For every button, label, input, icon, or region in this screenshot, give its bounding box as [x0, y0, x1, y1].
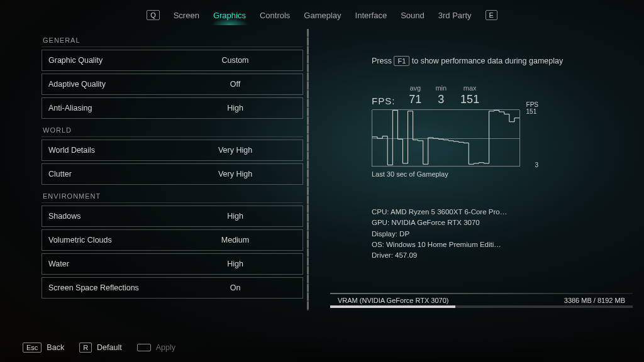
- setting-row[interactable]: Adaptive QualityOff: [42, 74, 303, 95]
- back-button[interactable]: Esc Back: [23, 343, 64, 353]
- setting-label: World Details: [42, 146, 168, 155]
- setting-row[interactable]: Volumetric CloudsMedium: [42, 229, 303, 251]
- setting-row[interactable]: ShadowsHigh: [42, 206, 303, 227]
- setting-row[interactable]: Anti-AliasingHigh: [42, 97, 303, 119]
- fps-max: 151: [460, 93, 479, 106]
- os-info: OS: Windows 10 Home Premium Editi…: [372, 239, 626, 250]
- setting-value: Off: [168, 80, 303, 89]
- setting-label: Adaptive Quality: [42, 80, 168, 89]
- fps-min: 3: [438, 93, 444, 106]
- setting-value: High: [168, 260, 303, 268]
- apply-button[interactable]: Apply: [137, 343, 175, 352]
- cpu-info: CPU: AMD Ryzen 5 3600XT 6-Core Pro…: [372, 207, 626, 217]
- setting-value: On: [168, 283, 303, 292]
- settings-list[interactable]: GENERALGraphic QualityCustomAdaptive Qua…: [42, 29, 303, 310]
- setting-label: Screen Space Reflections: [42, 283, 168, 292]
- setting-value: Medium: [168, 236, 303, 244]
- spacebar-icon: [137, 344, 151, 351]
- perf-hint-key: F1: [394, 56, 409, 66]
- setting-row[interactable]: Screen Space ReflectionsOn: [42, 277, 303, 299]
- setting-value: High: [168, 104, 303, 112]
- tab-screen[interactable]: Screen: [174, 11, 199, 20]
- fps-axis-label: FPS: [526, 101, 538, 108]
- fps-label: FPS:: [372, 96, 395, 106]
- setting-value: Custom: [168, 56, 303, 65]
- main-panel: GENERALGraphic QualityCustomAdaptive Qua…: [0, 29, 644, 310]
- vram-label: VRAM (NVIDIA GeForce RTX 3070): [338, 297, 448, 304]
- settings-tabs: Q ScreenGraphicsControlsGameplayInterfac…: [0, 0, 644, 29]
- driver-info: Driver: 457.09: [372, 250, 626, 261]
- setting-label: Clutter: [42, 170, 168, 178]
- default-button[interactable]: R Default: [79, 343, 122, 353]
- perf-hint: Press F1 to show performance data during…: [372, 57, 626, 65]
- fps-stats: FPS: avg71 min3 max151: [372, 84, 626, 106]
- setting-label: Water: [42, 260, 168, 268]
- fps-axis-min: 3: [535, 162, 538, 168]
- setting-row[interactable]: World DetailsVery High: [42, 140, 303, 161]
- setting-label: Volumetric Clouds: [42, 236, 168, 244]
- next-tab-key: E: [486, 10, 497, 20]
- scrollbar[interactable]: [307, 29, 309, 310]
- tab-controls[interactable]: Controls: [260, 11, 290, 20]
- prev-tab-key: Q: [147, 10, 160, 20]
- fps-avg: 71: [409, 93, 421, 106]
- section-title: ENVIRONMENT: [42, 185, 303, 203]
- setting-row[interactable]: WaterHigh: [42, 253, 303, 275]
- setting-value: Very High: [168, 170, 303, 178]
- setting-row[interactable]: ClutterVery High: [42, 163, 303, 185]
- setting-row[interactable]: Graphic QualityCustom: [42, 50, 303, 71]
- tab-3rd-party[interactable]: 3rd Party: [438, 11, 472, 20]
- fps-axis-max: 151: [526, 108, 538, 115]
- fps-chart: FPS 151 3: [372, 110, 520, 167]
- vram-values: 3386 MB / 8192 MB: [564, 297, 625, 304]
- footer-actions: Esc Back R Default Apply: [0, 333, 644, 362]
- tab-gameplay[interactable]: Gameplay: [304, 11, 341, 20]
- tab-graphics[interactable]: Graphics: [213, 11, 246, 20]
- gpu-info: GPU: NVIDIA GeForce RTX 3070: [372, 217, 626, 228]
- section-title: GENERAL: [42, 29, 303, 47]
- setting-value: Very High: [168, 146, 303, 155]
- tab-interface[interactable]: Interface: [355, 11, 387, 20]
- system-info: CPU: AMD Ryzen 5 3600XT 6-Core Pro… GPU:…: [372, 207, 626, 261]
- setting-label: Shadows: [42, 212, 168, 221]
- section-title: WORLD: [42, 119, 303, 137]
- setting-value: High: [168, 212, 303, 221]
- tab-sound[interactable]: Sound: [401, 11, 425, 20]
- chart-caption: Last 30 sec of Gameplay: [372, 170, 626, 178]
- setting-label: Anti-Aliasing: [42, 104, 168, 112]
- setting-label: Graphic Quality: [42, 56, 168, 65]
- performance-panel: Press F1 to show performance data during…: [319, 29, 644, 310]
- vram-bar: VRAM (NVIDIA GeForce RTX 3070) 3386 MB /…: [319, 290, 644, 310]
- display-info: Display: DP: [372, 229, 626, 239]
